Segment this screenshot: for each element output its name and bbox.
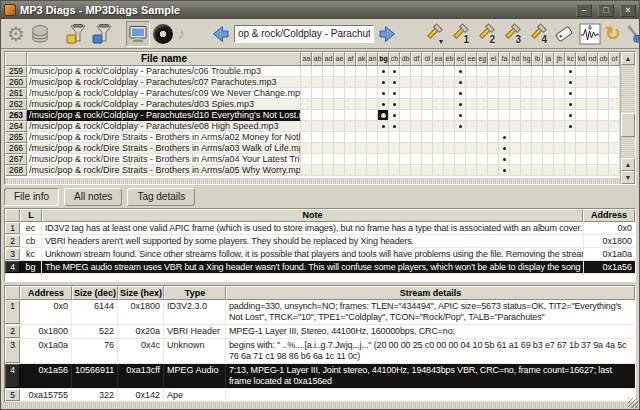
flag-cell-ea[interactable] — [433, 88, 444, 99]
flag-cell-kd[interactable] — [576, 121, 587, 132]
flag-cell-nd[interactable] — [587, 110, 598, 121]
flag-cell-ib[interactable] — [532, 88, 543, 99]
note-row-number[interactable]: 3 — [5, 248, 20, 260]
flag-cell-an[interactable] — [367, 143, 378, 154]
flag-cell-fa[interactable] — [499, 77, 510, 88]
stream-size-hex-header[interactable]: Size (hex) — [118, 286, 164, 300]
flag-cell-ab[interactable] — [312, 88, 323, 99]
file-row[interactable]: 264/music/pop & rock/Coldplay - Parachut… — [5, 121, 620, 132]
flag-cell-eg[interactable] — [477, 77, 488, 88]
stream-row-number[interactable]: 1 — [5, 300, 20, 324]
flag-cell-af[interactable] — [345, 88, 356, 99]
file-row-number[interactable]: 260 — [5, 77, 27, 88]
flag-column-header-eb[interactable]: eb — [444, 52, 455, 66]
note-row[interactable]: 1ecID3V2 tag has at least one valid APIC… — [5, 222, 635, 235]
flag-cell-di[interactable] — [422, 154, 433, 165]
note-row-number[interactable]: 1 — [5, 222, 20, 234]
stream-address-header[interactable]: Address — [20, 286, 72, 300]
flag-cell-db[interactable] — [400, 143, 411, 154]
flag-cell-ea[interactable] — [433, 77, 444, 88]
flag-cell-ea[interactable] — [433, 143, 444, 154]
stream-details-header[interactable]: Stream details — [226, 286, 635, 300]
flag-cell-jb[interactable] — [554, 88, 565, 99]
flag-cell-aa[interactable] — [301, 132, 312, 143]
stream-row-number[interactable]: 5 — [5, 389, 20, 401]
flag-cell-hd[interactable] — [510, 121, 521, 132]
flag-cell-jb[interactable] — [554, 132, 565, 143]
flag-cell-di[interactable] — [422, 66, 433, 77]
resize-grip-icon[interactable] — [628, 398, 638, 408]
flag-column-header-ee[interactable]: ee — [466, 52, 477, 66]
flag-cell-eb[interactable] — [444, 88, 455, 99]
flag-column-header-ab[interactable]: ab — [312, 52, 323, 66]
flag-cell-hd[interactable] — [510, 99, 521, 110]
flag-column-header-kd[interactable]: kd — [576, 52, 587, 66]
flag-cell-kc[interactable] — [565, 143, 576, 154]
flag-column-header-hd[interactable]: hd — [510, 52, 521, 66]
file-row-number[interactable]: 263 — [5, 110, 27, 121]
flag-cell-eb[interactable] — [444, 132, 455, 143]
flag-cell-ak[interactable] — [356, 77, 367, 88]
flag-column-header-ja[interactable]: ja — [543, 52, 554, 66]
flag-cell-ob[interactable] — [598, 154, 609, 165]
flag-cell-kd[interactable] — [576, 143, 587, 154]
album-field[interactable] — [234, 25, 374, 43]
flag-cell-an[interactable] — [367, 165, 378, 176]
flag-cell-hg[interactable] — [521, 99, 532, 110]
file-name-cell[interactable]: /music/pop & rock/Coldplay - Parachutes/… — [27, 77, 301, 88]
flag-cell-ec[interactable] — [455, 121, 466, 132]
flag-cell-ae[interactable] — [334, 88, 345, 99]
file-row[interactable]: 267/music/pop & rock/Dire Straits - Brot… — [5, 154, 620, 165]
flag-cell-jb[interactable] — [554, 99, 565, 110]
flag-cell-ec[interactable] — [455, 88, 466, 99]
flag-cell-ec[interactable] — [455, 132, 466, 143]
flag-cell-ja[interactable] — [543, 99, 554, 110]
flag-cell-hd[interactable] — [510, 165, 521, 176]
flag-cell-of[interactable] — [609, 154, 620, 165]
flag-column-header-ei[interactable]: ei — [488, 52, 499, 66]
flag-cell-df[interactable] — [411, 121, 422, 132]
flag-cell-jb[interactable] — [554, 77, 565, 88]
flag-cell-aa[interactable] — [301, 121, 312, 132]
scroll-down-button[interactable]: ▼ — [621, 171, 635, 184]
flag-cell-ib[interactable] — [532, 132, 543, 143]
file-name-cell[interactable]: /music/pop & rock/Coldplay - Parachutes/… — [27, 99, 301, 110]
flag-cell-eb[interactable] — [444, 154, 455, 165]
flag-cell-ja[interactable] — [543, 66, 554, 77]
flag-cell-ee[interactable] — [466, 154, 477, 165]
flag-cell-ib[interactable] — [532, 121, 543, 132]
flag-cell-af[interactable] — [345, 154, 356, 165]
note-label-header[interactable]: L — [20, 209, 42, 222]
flag-cell-ec[interactable] — [455, 154, 466, 165]
flag-cell-db[interactable] — [400, 110, 411, 121]
flag-cell-nd[interactable] — [587, 66, 598, 77]
flag-cell-ib[interactable] — [532, 110, 543, 121]
flag-cell-bg[interactable] — [378, 132, 389, 143]
flag-cell-nd[interactable] — [587, 88, 598, 99]
flag-column-header-of[interactable]: of — [609, 52, 620, 66]
flag-cell-ja[interactable] — [543, 88, 554, 99]
flag-cell-fa[interactable] — [499, 110, 510, 121]
note-address-header[interactable]: Address — [583, 209, 635, 222]
normalizer-button[interactable] — [578, 21, 602, 47]
flag-cell-ob[interactable] — [598, 77, 609, 88]
flag-cell-eg[interactable] — [477, 110, 488, 121]
flag-cell-af[interactable] — [345, 165, 356, 176]
flag-cell-hd[interactable] — [510, 66, 521, 77]
flag-cell-fa[interactable] — [499, 99, 510, 110]
flag-cell-ja[interactable] — [543, 154, 554, 165]
flag-cell-ab[interactable] — [312, 66, 323, 77]
flag-cell-ei[interactable] — [488, 165, 499, 176]
flag-cell-aa[interactable] — [301, 110, 312, 121]
minimize-button[interactable]: – — [576, 4, 592, 17]
flag-cell-ad[interactable] — [323, 110, 334, 121]
flag-cell-df[interactable] — [411, 154, 422, 165]
flag-cell-hd[interactable] — [510, 88, 521, 99]
stream-type-header[interactable]: Type — [164, 286, 226, 300]
flag-cell-kc[interactable] — [565, 66, 576, 77]
flag-cell-df[interactable] — [411, 66, 422, 77]
flag-cell-ob[interactable] — [598, 66, 609, 77]
flag-cell-ec[interactable] — [455, 66, 466, 77]
flag-cell-ei[interactable] — [488, 121, 499, 132]
flag-cell-ad[interactable] — [323, 77, 334, 88]
